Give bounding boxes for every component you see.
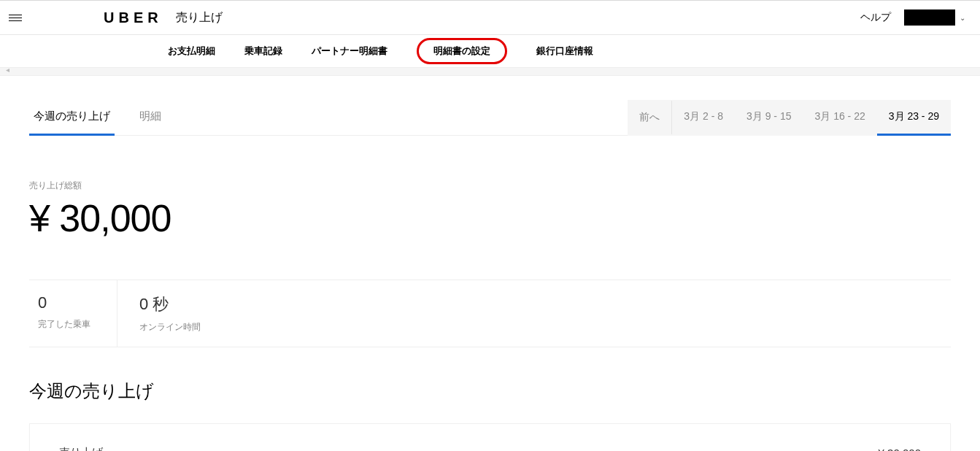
nav-statement-settings[interactable]: 明細書の設定 bbox=[417, 38, 507, 64]
tabs-row: 今週の売り上げ 明細 前へ 3月 2 - 8 3月 9 - 15 3月 16 -… bbox=[29, 99, 951, 136]
sub-nav: お支払明細 乗車記録 パートナー明細書 明細書の設定 銀行口座情報 bbox=[0, 35, 980, 67]
nav-payment-details[interactable]: お支払明細 bbox=[168, 45, 215, 58]
earnings-card-label: 売り上げ bbox=[59, 446, 103, 451]
date-range-3[interactable]: 3月 23 - 29 bbox=[877, 100, 951, 136]
stat-online-time: 0 秒 オンライン時間 bbox=[117, 280, 227, 347]
stat-online-value: 0 秒 bbox=[139, 293, 201, 315]
tab-weekly-earnings[interactable]: 今週の売り上げ bbox=[29, 99, 115, 136]
nav-trip-history[interactable]: 乗車記録 bbox=[244, 45, 282, 58]
total-label: 売り上げ総額 bbox=[29, 180, 951, 192]
stats-row: 0 完了した乗車 0 秒 オンライン時間 bbox=[29, 280, 951, 347]
uber-logo[interactable]: UBER bbox=[104, 9, 163, 26]
date-range-2[interactable]: 3月 16 - 22 bbox=[803, 100, 876, 136]
tab-details[interactable]: 明細 bbox=[135, 99, 166, 136]
profile-avatar bbox=[904, 9, 955, 26]
top-bar: UBER 売り上げ ヘルプ ⌄ bbox=[0, 0, 980, 35]
nav-bank-info[interactable]: 銀行口座情報 bbox=[536, 45, 593, 58]
thin-strip bbox=[0, 67, 980, 76]
help-link[interactable]: ヘルプ bbox=[860, 11, 891, 24]
menu-icon[interactable] bbox=[9, 15, 22, 21]
date-range-1[interactable]: 3月 9 - 15 bbox=[735, 100, 803, 136]
stat-completed-label: 完了した乗車 bbox=[38, 318, 90, 331]
date-range-tabs: 前へ 3月 2 - 8 3月 9 - 15 3月 16 - 22 3月 23 -… bbox=[628, 100, 951, 136]
totals-block: 売り上げ総額 ¥ 30,000 bbox=[29, 180, 951, 240]
earnings-card-amount: ¥ 30,000 bbox=[879, 447, 921, 451]
section-title: 今週の売り上げ bbox=[29, 379, 951, 403]
profile-menu[interactable]: ⌄ bbox=[904, 9, 965, 26]
nav-partner-statements[interactable]: パートナー明細書 bbox=[312, 45, 387, 58]
earnings-card: 売り上げ ¥ 30,000 bbox=[29, 423, 951, 451]
stat-online-label: オンライン時間 bbox=[139, 321, 201, 334]
date-prev[interactable]: 前へ bbox=[628, 101, 672, 134]
stat-completed-trips: 0 完了した乗車 bbox=[29, 280, 117, 347]
stat-completed-value: 0 bbox=[38, 293, 90, 312]
page-title: 売り上げ bbox=[176, 10, 223, 26]
chevron-down-icon: ⌄ bbox=[960, 14, 965, 22]
date-range-0[interactable]: 3月 2 - 8 bbox=[672, 100, 735, 136]
total-amount: ¥ 30,000 bbox=[29, 196, 951, 240]
